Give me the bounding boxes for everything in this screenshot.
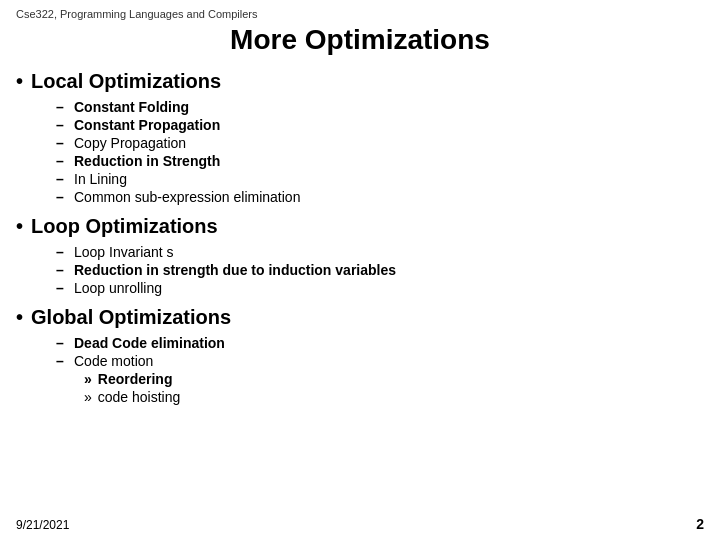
- global-sub-sub-list: » Reordering » code hoisting: [84, 371, 704, 405]
- global-header-text: Global Optimizations: [31, 306, 231, 329]
- global-bullet: •: [16, 306, 23, 329]
- global-sub-list: – Dead Code elimination – Code motion » …: [56, 335, 704, 405]
- local-sub-list: – Constant Folding – Constant Propagatio…: [56, 99, 704, 205]
- list-item: – Constant Propagation: [56, 117, 704, 133]
- list-item: – In Lining: [56, 171, 704, 187]
- list-item: – Loop unrolling: [56, 280, 704, 296]
- local-bullet: •: [16, 70, 23, 93]
- loop-header-text: Loop Optimizations: [31, 215, 218, 238]
- list-item: – Reduction in strength due to induction…: [56, 262, 704, 278]
- global-section-header: • Global Optimizations: [16, 306, 704, 329]
- sub-sub-item: » Reordering: [84, 371, 704, 387]
- loop-sub-list: – Loop Invariant s – Reduction in streng…: [56, 244, 704, 296]
- sub-sub-item: » code hoisting: [84, 389, 704, 405]
- page-container: Cse322, Programming Languages and Compil…: [0, 0, 720, 540]
- local-header-text: Local Optimizations: [31, 70, 221, 93]
- top-bar-text: Cse322, Programming Languages and Compil…: [16, 8, 258, 20]
- list-item: – Dead Code elimination: [56, 335, 704, 351]
- loop-bullet: •: [16, 215, 23, 238]
- top-bar: Cse322, Programming Languages and Compil…: [16, 8, 704, 20]
- list-item: – Common sub-expression elimination: [56, 189, 704, 205]
- list-item: – Constant Folding: [56, 99, 704, 115]
- local-section-header: • Local Optimizations: [16, 70, 704, 93]
- list-item: – Copy Propagation: [56, 135, 704, 151]
- loop-section-header: • Loop Optimizations: [16, 215, 704, 238]
- list-item: – Reduction in Strength: [56, 153, 704, 169]
- footer-date: 9/21/2021: [16, 518, 69, 532]
- slide-title: More Optimizations: [16, 24, 704, 56]
- page-number: 2: [696, 516, 704, 532]
- list-item: – Code motion: [56, 353, 704, 369]
- list-item: – Loop Invariant s: [56, 244, 704, 260]
